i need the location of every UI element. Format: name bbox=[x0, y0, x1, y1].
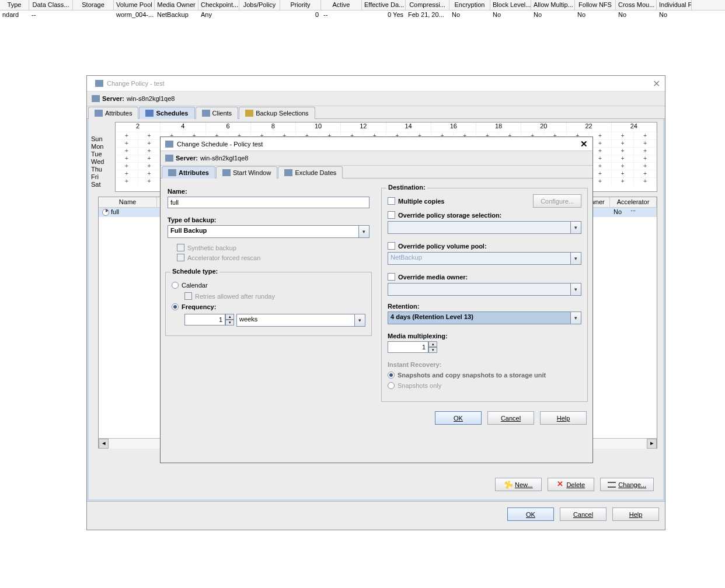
grid-header: Type Data Class... Storage Volume Pool M… bbox=[0, 0, 725, 10]
frequency-radio[interactable]: Frequency: bbox=[172, 303, 365, 310]
retention-combo[interactable]: 4 days (Retention Level 13) bbox=[388, 312, 581, 324]
frequency-value-input[interactable] bbox=[184, 314, 225, 326]
override-media-checkbox[interactable]: Override media owner: bbox=[388, 273, 581, 281]
col-mediaowner[interactable]: Media Owner bbox=[155, 0, 198, 10]
inner-cancel-button[interactable]: Cancel bbox=[487, 411, 534, 425]
frequency-spinner[interactable]: ▴▾ bbox=[184, 314, 234, 326]
inner-title-text: Change Schedule - Policy test bbox=[177, 141, 263, 148]
override-storage-checkbox[interactable]: Override policy storage selection: bbox=[388, 211, 581, 219]
help-button[interactable]: Help bbox=[612, 508, 659, 521]
col-accelerator[interactable]: Accelerator ... bbox=[610, 197, 657, 207]
col-follownfs[interactable]: Follow NFS bbox=[575, 0, 616, 10]
retries-checkbox: Retries allowed after runday bbox=[172, 292, 365, 300]
name-input[interactable] bbox=[168, 197, 370, 208]
col-encryption[interactable]: Encryption bbox=[449, 0, 490, 10]
col-allowmultip[interactable]: Allow Multip... bbox=[531, 0, 575, 10]
server-icon bbox=[165, 155, 173, 162]
attributes-icon bbox=[95, 110, 103, 117]
grid-row[interactable]: ndard -- worm_004-... NetBackup Any 0 --… bbox=[0, 10, 725, 20]
new-button[interactable]: New... bbox=[495, 478, 542, 491]
inner-tabstrip: Attributes Start Window Exclude Dates bbox=[161, 166, 592, 178]
inner-help-button[interactable]: Help bbox=[540, 411, 587, 425]
policy-tabstrip: Attributes Schedules Clients Backup Sele… bbox=[87, 106, 665, 119]
type-label: Type of backup: bbox=[168, 216, 370, 223]
inner-server-row: Server: win-s8n2kgl1qe8 bbox=[161, 151, 592, 166]
chevron-down-icon[interactable] bbox=[355, 314, 365, 327]
media-multiplex-label: Media multiplexing: bbox=[388, 332, 581, 340]
col-individual[interactable]: Individual F bbox=[657, 0, 692, 10]
server-icon bbox=[92, 95, 100, 102]
server-label: Server: bbox=[176, 155, 198, 162]
delete-icon: ✕ bbox=[557, 481, 564, 488]
close-icon[interactable]: ✕ bbox=[580, 139, 588, 149]
checkbox-icon bbox=[388, 197, 395, 205]
col-jobspolicy[interactable]: Jobs/Policy bbox=[239, 0, 280, 10]
policy-grid: Type Data Class... Storage Volume Pool M… bbox=[0, 0, 725, 20]
chevron-down-icon[interactable] bbox=[359, 225, 370, 238]
tab-schedules[interactable]: Schedules bbox=[139, 107, 194, 119]
storage-combo bbox=[388, 221, 581, 234]
chevron-down-icon bbox=[571, 221, 581, 234]
clients-icon bbox=[202, 110, 210, 117]
chevron-down-icon bbox=[571, 283, 581, 296]
inner-titlebar[interactable]: Change Schedule - Policy test ✕ bbox=[161, 137, 592, 151]
media-multiplex-input[interactable] bbox=[388, 341, 428, 353]
tab-sched-attributes[interactable]: Attributes bbox=[162, 166, 215, 178]
col-type[interactable]: Type bbox=[0, 0, 29, 10]
inner-ok-button[interactable]: OK bbox=[435, 411, 482, 425]
media-multiplex-spinner[interactable]: ▴▾ bbox=[388, 341, 437, 353]
ok-button[interactable]: OK bbox=[507, 508, 554, 521]
accelerator-rescan-checkbox: Accelerator forced rescan bbox=[177, 254, 370, 261]
tab-exclude-dates[interactable]: Exclude Dates bbox=[278, 166, 343, 178]
col-checkpoint[interactable]: Checkpoint... bbox=[198, 0, 239, 10]
calendar-radio[interactable]: Calendar bbox=[172, 282, 365, 289]
frequency-unit-combo[interactable]: weeks bbox=[236, 314, 365, 327]
delete-button[interactable]: ✕Delete bbox=[548, 478, 594, 491]
override-volume-checkbox[interactable]: Override policy volume pool: bbox=[388, 242, 581, 250]
checkbox-icon bbox=[388, 273, 395, 281]
server-name: win-s8n2kgl1qe8 bbox=[127, 95, 175, 102]
radio-icon bbox=[172, 303, 179, 310]
attributes-icon bbox=[168, 169, 176, 176]
col-active[interactable]: Active bbox=[321, 0, 362, 10]
col-dataclass[interactable]: Data Class... bbox=[29, 0, 73, 10]
exclude-dates-icon bbox=[284, 169, 292, 176]
multiple-copies-checkbox[interactable]: Multiple copies bbox=[388, 197, 444, 205]
col-volumepool[interactable]: Volume Pool bbox=[114, 0, 155, 10]
backup-type-combo[interactable]: Full Backup bbox=[168, 225, 370, 238]
chevron-down-icon[interactable] bbox=[571, 312, 581, 324]
change-button[interactable]: Change... bbox=[600, 478, 654, 491]
col-compression[interactable]: Compressi... bbox=[406, 0, 449, 10]
volume-combo: NetBackup bbox=[388, 252, 581, 265]
radio-icon bbox=[172, 282, 179, 289]
checkbox-icon bbox=[388, 242, 395, 250]
server-name: win-s8n2kgl1qe8 bbox=[200, 155, 249, 162]
tab-attributes[interactable]: Attributes bbox=[88, 107, 138, 119]
app-icon bbox=[95, 80, 103, 87]
server-label: Server: bbox=[102, 95, 124, 102]
scroll-left-icon[interactable]: ◂ bbox=[99, 439, 109, 449]
col-blocklevel[interactable]: Block Level... bbox=[490, 0, 531, 10]
spin-up-icon[interactable]: ▴ bbox=[428, 341, 437, 347]
close-icon[interactable]: ✕ bbox=[653, 78, 660, 89]
col-effectivedate[interactable]: Effective Da... bbox=[362, 0, 406, 10]
spin-up-icon[interactable]: ▴ bbox=[225, 314, 234, 320]
retention-label: Retention: bbox=[388, 303, 581, 310]
scroll-right-icon[interactable]: ▸ bbox=[647, 439, 657, 449]
dialog-titlebar[interactable]: Change Policy - test ✕ bbox=[87, 76, 665, 92]
spin-down-icon[interactable]: ▾ bbox=[428, 347, 437, 353]
day-labels: Sun Mon Tue Wed Thu Fri Sat bbox=[91, 135, 106, 188]
tab-start-window[interactable]: Start Window bbox=[216, 166, 277, 178]
col-name[interactable]: Name bbox=[99, 197, 157, 207]
spin-down-icon[interactable]: ▾ bbox=[225, 320, 234, 326]
cancel-button[interactable]: Cancel bbox=[560, 508, 607, 521]
name-label: Name: bbox=[168, 188, 370, 195]
col-priority[interactable]: Priority bbox=[280, 0, 321, 10]
tab-backup-selections[interactable]: Backup Selections bbox=[239, 107, 315, 119]
col-crossmount[interactable]: Cross Mou... bbox=[616, 0, 657, 10]
checkbox-icon bbox=[184, 292, 192, 300]
col-storage[interactable]: Storage bbox=[73, 0, 114, 10]
tab-clients[interactable]: Clients bbox=[196, 107, 239, 119]
destination-legend: Destination: bbox=[386, 184, 427, 191]
start-window-icon bbox=[222, 169, 231, 176]
